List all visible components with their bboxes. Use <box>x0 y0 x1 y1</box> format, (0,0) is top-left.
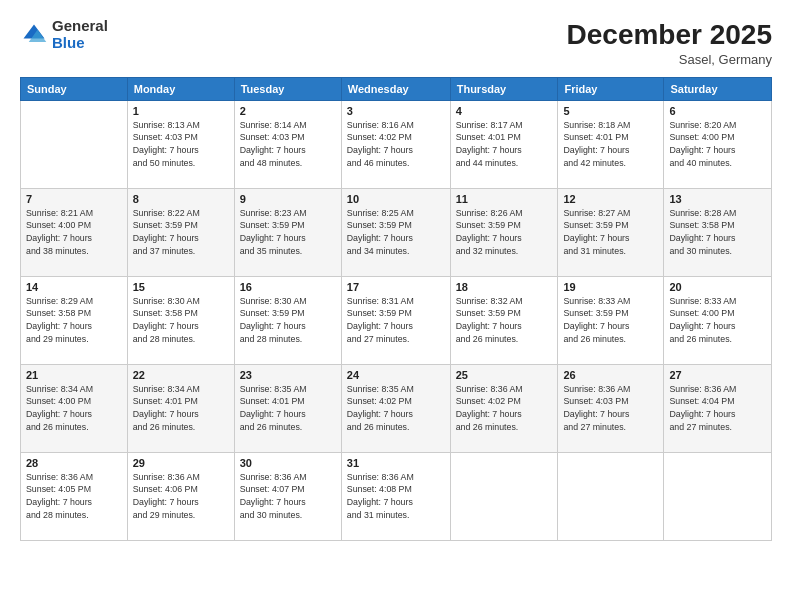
day-info: Sunrise: 8:13 AMSunset: 4:03 PMDaylight:… <box>133 119 229 170</box>
day-info: Sunrise: 8:33 AMSunset: 3:59 PMDaylight:… <box>563 295 658 346</box>
day-number: 12 <box>563 193 658 205</box>
day-info: Sunrise: 8:28 AMSunset: 3:58 PMDaylight:… <box>669 207 766 258</box>
day-number: 8 <box>133 193 229 205</box>
calendar-cell: 7Sunrise: 8:21 AMSunset: 4:00 PMDaylight… <box>21 188 128 276</box>
calendar-cell: 19Sunrise: 8:33 AMSunset: 3:59 PMDayligh… <box>558 276 664 364</box>
day-number: 24 <box>347 369 445 381</box>
col-header-sunday: Sunday <box>21 77 128 100</box>
col-header-monday: Monday <box>127 77 234 100</box>
calendar-cell: 4Sunrise: 8:17 AMSunset: 4:01 PMDaylight… <box>450 100 558 188</box>
calendar-cell: 24Sunrise: 8:35 AMSunset: 4:02 PMDayligh… <box>341 364 450 452</box>
calendar-cell: 16Sunrise: 8:30 AMSunset: 3:59 PMDayligh… <box>234 276 341 364</box>
day-number: 30 <box>240 457 336 469</box>
day-number: 18 <box>456 281 553 293</box>
logo-general: General <box>52 18 108 35</box>
day-info: Sunrise: 8:30 AMSunset: 3:59 PMDaylight:… <box>240 295 336 346</box>
day-number: 10 <box>347 193 445 205</box>
calendar-cell: 26Sunrise: 8:36 AMSunset: 4:03 PMDayligh… <box>558 364 664 452</box>
day-number: 16 <box>240 281 336 293</box>
day-number: 25 <box>456 369 553 381</box>
day-info: Sunrise: 8:26 AMSunset: 3:59 PMDaylight:… <box>456 207 553 258</box>
calendar-cell: 3Sunrise: 8:16 AMSunset: 4:02 PMDaylight… <box>341 100 450 188</box>
calendar-cell: 18Sunrise: 8:32 AMSunset: 3:59 PMDayligh… <box>450 276 558 364</box>
day-number: 7 <box>26 193 122 205</box>
calendar-cell: 5Sunrise: 8:18 AMSunset: 4:01 PMDaylight… <box>558 100 664 188</box>
day-info: Sunrise: 8:32 AMSunset: 3:59 PMDaylight:… <box>456 295 553 346</box>
day-info: Sunrise: 8:30 AMSunset: 3:58 PMDaylight:… <box>133 295 229 346</box>
calendar-cell: 20Sunrise: 8:33 AMSunset: 4:00 PMDayligh… <box>664 276 772 364</box>
calendar-cell <box>21 100 128 188</box>
day-number: 21 <box>26 369 122 381</box>
day-info: Sunrise: 8:36 AMSunset: 4:03 PMDaylight:… <box>563 383 658 434</box>
calendar-cell: 2Sunrise: 8:14 AMSunset: 4:03 PMDaylight… <box>234 100 341 188</box>
calendar-cell: 30Sunrise: 8:36 AMSunset: 4:07 PMDayligh… <box>234 452 341 540</box>
day-number: 15 <box>133 281 229 293</box>
day-info: Sunrise: 8:14 AMSunset: 4:03 PMDaylight:… <box>240 119 336 170</box>
calendar-cell: 23Sunrise: 8:35 AMSunset: 4:01 PMDayligh… <box>234 364 341 452</box>
logo-text: General Blue <box>52 18 108 51</box>
calendar-cell: 22Sunrise: 8:34 AMSunset: 4:01 PMDayligh… <box>127 364 234 452</box>
calendar-week-row: 14Sunrise: 8:29 AMSunset: 3:58 PMDayligh… <box>21 276 772 364</box>
day-number: 1 <box>133 105 229 117</box>
calendar-cell <box>450 452 558 540</box>
day-info: Sunrise: 8:33 AMSunset: 4:00 PMDaylight:… <box>669 295 766 346</box>
col-header-friday: Friday <box>558 77 664 100</box>
day-number: 28 <box>26 457 122 469</box>
logo-icon <box>20 21 48 49</box>
day-info: Sunrise: 8:34 AMSunset: 4:01 PMDaylight:… <box>133 383 229 434</box>
title-block: December 2025 Sasel, Germany <box>567 18 772 67</box>
header: General Blue December 2025 Sasel, German… <box>20 18 772 67</box>
day-number: 14 <box>26 281 122 293</box>
day-number: 27 <box>669 369 766 381</box>
day-number: 26 <box>563 369 658 381</box>
col-header-thursday: Thursday <box>450 77 558 100</box>
day-info: Sunrise: 8:20 AMSunset: 4:00 PMDaylight:… <box>669 119 766 170</box>
day-number: 6 <box>669 105 766 117</box>
col-header-tuesday: Tuesday <box>234 77 341 100</box>
calendar-cell: 8Sunrise: 8:22 AMSunset: 3:59 PMDaylight… <box>127 188 234 276</box>
logo: General Blue <box>20 18 108 51</box>
day-number: 20 <box>669 281 766 293</box>
calendar-cell: 9Sunrise: 8:23 AMSunset: 3:59 PMDaylight… <box>234 188 341 276</box>
calendar-cell: 10Sunrise: 8:25 AMSunset: 3:59 PMDayligh… <box>341 188 450 276</box>
calendar-cell: 11Sunrise: 8:26 AMSunset: 3:59 PMDayligh… <box>450 188 558 276</box>
day-info: Sunrise: 8:35 AMSunset: 4:02 PMDaylight:… <box>347 383 445 434</box>
calendar-cell <box>558 452 664 540</box>
day-info: Sunrise: 8:18 AMSunset: 4:01 PMDaylight:… <box>563 119 658 170</box>
day-info: Sunrise: 8:23 AMSunset: 3:59 PMDaylight:… <box>240 207 336 258</box>
day-info: Sunrise: 8:36 AMSunset: 4:02 PMDaylight:… <box>456 383 553 434</box>
day-info: Sunrise: 8:29 AMSunset: 3:58 PMDaylight:… <box>26 295 122 346</box>
calendar-cell: 14Sunrise: 8:29 AMSunset: 3:58 PMDayligh… <box>21 276 128 364</box>
day-info: Sunrise: 8:36 AMSunset: 4:07 PMDaylight:… <box>240 471 336 522</box>
col-header-saturday: Saturday <box>664 77 772 100</box>
calendar-week-row: 7Sunrise: 8:21 AMSunset: 4:00 PMDaylight… <box>21 188 772 276</box>
day-info: Sunrise: 8:35 AMSunset: 4:01 PMDaylight:… <box>240 383 336 434</box>
calendar-cell: 21Sunrise: 8:34 AMSunset: 4:00 PMDayligh… <box>21 364 128 452</box>
day-info: Sunrise: 8:36 AMSunset: 4:08 PMDaylight:… <box>347 471 445 522</box>
day-number: 13 <box>669 193 766 205</box>
calendar-cell: 25Sunrise: 8:36 AMSunset: 4:02 PMDayligh… <box>450 364 558 452</box>
day-number: 23 <box>240 369 336 381</box>
day-info: Sunrise: 8:22 AMSunset: 3:59 PMDaylight:… <box>133 207 229 258</box>
day-number: 9 <box>240 193 336 205</box>
day-info: Sunrise: 8:31 AMSunset: 3:59 PMDaylight:… <box>347 295 445 346</box>
calendar-cell: 15Sunrise: 8:30 AMSunset: 3:58 PMDayligh… <box>127 276 234 364</box>
day-info: Sunrise: 8:21 AMSunset: 4:00 PMDaylight:… <box>26 207 122 258</box>
day-number: 2 <box>240 105 336 117</box>
day-number: 4 <box>456 105 553 117</box>
col-header-wednesday: Wednesday <box>341 77 450 100</box>
day-info: Sunrise: 8:36 AMSunset: 4:06 PMDaylight:… <box>133 471 229 522</box>
day-number: 5 <box>563 105 658 117</box>
calendar-cell: 29Sunrise: 8:36 AMSunset: 4:06 PMDayligh… <box>127 452 234 540</box>
day-number: 11 <box>456 193 553 205</box>
day-info: Sunrise: 8:36 AMSunset: 4:05 PMDaylight:… <box>26 471 122 522</box>
calendar-header-row: SundayMondayTuesdayWednesdayThursdayFrid… <box>21 77 772 100</box>
calendar-cell: 28Sunrise: 8:36 AMSunset: 4:05 PMDayligh… <box>21 452 128 540</box>
day-info: Sunrise: 8:17 AMSunset: 4:01 PMDaylight:… <box>456 119 553 170</box>
calendar-cell: 17Sunrise: 8:31 AMSunset: 3:59 PMDayligh… <box>341 276 450 364</box>
calendar-cell: 1Sunrise: 8:13 AMSunset: 4:03 PMDaylight… <box>127 100 234 188</box>
day-number: 17 <box>347 281 445 293</box>
calendar-week-row: 28Sunrise: 8:36 AMSunset: 4:05 PMDayligh… <box>21 452 772 540</box>
day-number: 19 <box>563 281 658 293</box>
day-number: 22 <box>133 369 229 381</box>
